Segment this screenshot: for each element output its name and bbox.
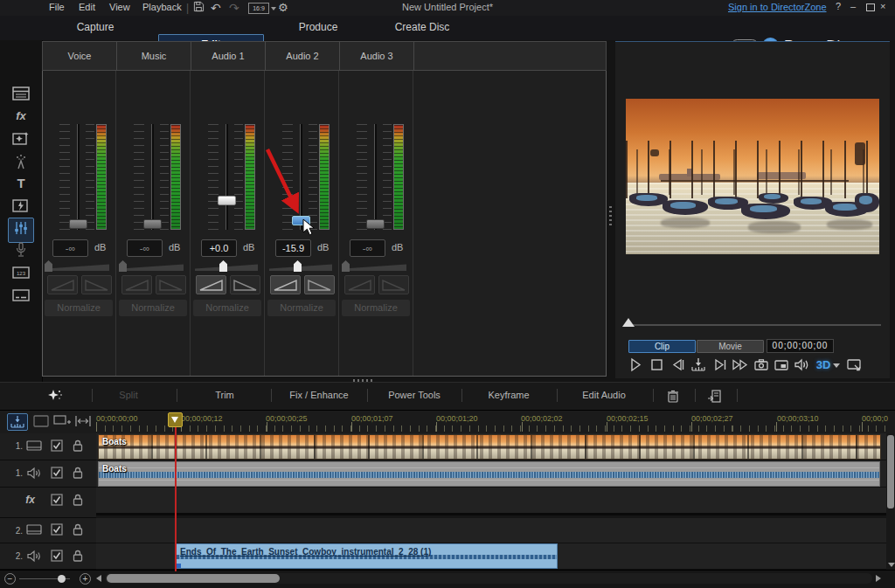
delete-trash-icon[interactable] <box>665 388 681 408</box>
edit-audio-button[interactable]: Edit Audio <box>582 390 626 400</box>
audio-mixing-room-icon[interactable] <box>8 218 34 243</box>
redo-icon[interactable]: ↷ <box>229 1 239 15</box>
add-track-icon[interactable] <box>52 413 73 431</box>
volume-fader-handle[interactable] <box>143 219 162 229</box>
keyframe-button[interactable]: Keyframe <box>488 390 529 400</box>
pip-objects-room-icon[interactable] <box>10 130 31 149</box>
volume-fader-handle-selected[interactable] <box>292 216 310 225</box>
normalize-button[interactable]: Normalize <box>45 300 113 316</box>
undock-preview-button[interactable] <box>844 356 864 374</box>
pan-track[interactable] <box>121 263 184 271</box>
timeline-ruler-tool-icon[interactable] <box>7 413 28 431</box>
chapter-room-icon[interactable]: 123 <box>10 264 31 283</box>
panel-splitter-handle[interactable] <box>609 206 612 227</box>
horizontal-scrollbar-thumb[interactable] <box>107 574 280 583</box>
close-button[interactable]: × <box>880 1 885 11</box>
track-lock-icon[interactable] <box>72 466 84 483</box>
clip-trim-grip[interactable] <box>177 564 181 568</box>
snapshot-button[interactable] <box>752 356 771 374</box>
fader-track[interactable] <box>300 124 302 230</box>
stop-button[interactable] <box>647 356 666 374</box>
db-value-field[interactable]: -∞ <box>52 239 88 257</box>
track-enable-checkbox[interactable] <box>51 467 63 482</box>
subtitle-room-icon[interactable] <box>10 287 31 306</box>
fade-out-button[interactable] <box>378 275 409 294</box>
fade-in-button[interactable] <box>121 275 152 294</box>
menu-edit[interactable]: Edit <box>79 2 95 12</box>
power-tools-button[interactable]: Power Tools <box>388 390 441 400</box>
pan-handle[interactable] <box>45 260 52 272</box>
menu-file[interactable]: File <box>49 2 65 12</box>
aspect-ratio-selector[interactable]: 16:9 <box>248 3 269 14</box>
timecode-display[interactable]: 00;00;00;00 <box>767 339 834 353</box>
maximize-button[interactable] <box>866 3 875 11</box>
pan-track[interactable] <box>343 263 406 271</box>
scroll-left-arrow-icon[interactable] <box>96 575 101 582</box>
menu-playback[interactable]: Playback <box>142 2 182 12</box>
track-enable-checkbox[interactable] <box>51 494 63 509</box>
save-icon[interactable] <box>193 1 205 16</box>
playhead-marker[interactable] <box>168 412 183 427</box>
fade-out-button[interactable] <box>81 275 112 294</box>
zoom-slider-handle[interactable] <box>58 575 66 583</box>
undo-icon[interactable]: ↶ <box>211 1 221 15</box>
produced-range-icon[interactable] <box>707 388 723 408</box>
db-value-field[interactable]: -∞ <box>350 239 385 257</box>
fade-out-button[interactable] <box>230 275 260 294</box>
pan-track[interactable] <box>46 263 109 271</box>
storyboard-view-icon[interactable] <box>31 413 52 431</box>
media-room-icon[interactable] <box>10 85 31 104</box>
effect-room-icon[interactable]: fx <box>10 107 31 126</box>
fade-out-button[interactable] <box>156 275 186 294</box>
scroll-down-arrow-icon[interactable] <box>888 563 895 567</box>
db-value-field[interactable]: +0.0 <box>201 239 237 257</box>
track-manager-icon[interactable] <box>73 413 94 431</box>
fader-track[interactable] <box>225 124 228 230</box>
title-room-icon[interactable]: T <box>10 174 31 193</box>
tab-create-disc[interactable]: Create Disc <box>395 21 450 33</box>
track-lock-icon[interactable] <box>72 549 84 566</box>
normalize-button[interactable]: Normalize <box>193 300 261 316</box>
db-value-field[interactable]: -∞ <box>127 239 163 257</box>
settings-gear-icon[interactable]: ⚙ <box>278 1 288 15</box>
db-value-field[interactable]: -15.9 <box>275 239 311 257</box>
zoom-in-button[interactable]: + <box>80 573 91 585</box>
trim-button[interactable]: Trim <box>215 390 234 400</box>
voiceover-room-icon[interactable] <box>10 241 31 260</box>
preview-mode-clip-tab[interactable]: Clip <box>628 340 696 353</box>
track-row-video2[interactable] <box>96 518 886 543</box>
preview-seek-bar[interactable] <box>626 324 881 326</box>
scroll-right-arrow-icon[interactable] <box>876 575 881 582</box>
fade-out-button[interactable] <box>304 275 335 294</box>
tab-produce[interactable]: Produce <box>299 21 338 33</box>
preview-seek-handle[interactable] <box>622 318 635 327</box>
normalize-button[interactable]: Normalize <box>342 300 410 316</box>
normalize-button[interactable]: Normalize <box>119 300 187 316</box>
seek-to-position-button[interactable] <box>689 356 708 374</box>
track-enable-checkbox[interactable] <box>51 439 63 455</box>
track-lock-icon[interactable] <box>72 522 84 540</box>
particle-room-icon[interactable] <box>10 153 31 172</box>
fix-enhance-button[interactable]: Fix / Enhance <box>289 390 348 400</box>
track-row-fx[interactable] <box>96 488 886 515</box>
track-enable-checkbox[interactable] <box>51 523 63 539</box>
split-button[interactable]: Split <box>119 390 137 400</box>
pan-handle[interactable] <box>119 260 127 272</box>
fade-in-button[interactable] <box>196 275 226 294</box>
pan-handle[interactable] <box>294 260 302 272</box>
zoom-out-button[interactable]: − <box>4 573 16 585</box>
help-button[interactable]: ? <box>836 1 841 11</box>
pan-handle[interactable] <box>342 260 350 272</box>
fast-forward-button[interactable] <box>731 356 750 374</box>
fade-in-button[interactable] <box>344 275 375 294</box>
tab-capture[interactable]: Capture <box>77 21 114 33</box>
fader-track[interactable] <box>151 124 154 230</box>
normalize-button[interactable]: Normalize <box>267 300 336 316</box>
play-button[interactable] <box>626 356 645 374</box>
music-clip[interactable]: Ends_Of_The_Earth_Sunset_Cowboy_instrume… <box>176 543 558 569</box>
track-enable-checkbox[interactable] <box>51 550 63 565</box>
previous-frame-button[interactable] <box>668 356 687 374</box>
preview-window-button[interactable] <box>772 356 791 374</box>
volume-fader-handle[interactable] <box>366 219 385 229</box>
preview-mode-movie-tab[interactable]: Movie <box>697 340 764 353</box>
